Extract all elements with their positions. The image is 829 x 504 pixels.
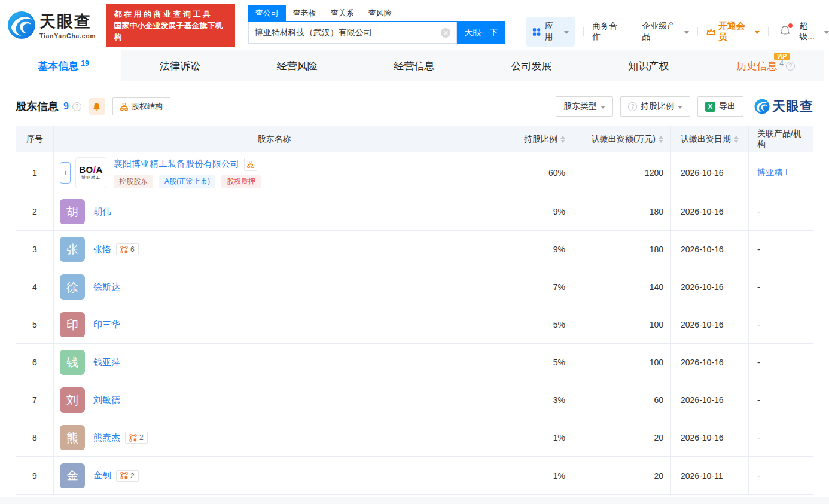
help-icon[interactable]: ?: [72, 102, 81, 111]
shareholder-cell: 钱钱亚萍: [53, 344, 495, 381]
col-related-products: 关联产品/机构: [748, 126, 813, 152]
related-product: -: [748, 457, 813, 494]
sort-icon[interactable]: [734, 136, 739, 143]
shareholder-name-link[interactable]: 徐斯达: [93, 282, 120, 293]
row-index: 7: [16, 381, 53, 419]
col-subscribed-date[interactable]: 认缴出资日期: [670, 126, 748, 152]
table-row: 9金金钊21%202026-10-11-: [16, 457, 813, 494]
shareholder-name-link[interactable]: 印三华: [93, 319, 120, 331]
search-value[interactable]: 博亚特材科技（武汉）有限公司: [255, 28, 441, 38]
open-vip-button[interactable]: 开通会员: [706, 20, 760, 43]
search-tab-3[interactable]: 查风险: [361, 5, 399, 21]
org-chart-icon: [247, 161, 254, 168]
relation-graph-icon: [120, 472, 128, 479]
expand-button[interactable]: +: [60, 162, 71, 184]
section-count: 9: [63, 101, 69, 112]
shareholder-name-link[interactable]: 金钊: [93, 470, 111, 481]
related-companies-badge[interactable]: 6: [116, 243, 139, 255]
crown-icon: [706, 28, 715, 36]
shareholder-name-link[interactable]: 襄阳博亚精工装备股份有限公司: [114, 158, 239, 170]
avatar: 钱: [60, 350, 85, 375]
menu-enterprise-products[interactable]: 企业级产品: [642, 21, 689, 42]
table-row: 1+BO/A博亚精工襄阳博亚精工装备股份有限公司控股股东A股(正常上市)股权质押…: [16, 152, 813, 193]
search-tab-0[interactable]: 查公司: [248, 5, 286, 21]
shareholder-name-link[interactable]: 熊焘杰: [93, 432, 120, 444]
export-button[interactable]: X 导出: [697, 96, 743, 117]
menu-super-vip[interactable]: 超级...: [799, 21, 829, 42]
col-subscribed-amount[interactable]: 认缴出资额(万元): [574, 126, 670, 152]
related-product: -: [748, 231, 813, 268]
chevron-down-icon: [601, 106, 605, 109]
related-companies-badge[interactable]: 2: [116, 470, 139, 482]
top-bar: 天眼查 TianYanCha.com 都在用的商业查询工具 国家中小企业发展子基…: [0, 0, 829, 50]
nav-tab-5[interactable]: 知识产权: [590, 50, 707, 81]
tag: 控股股东: [114, 175, 153, 188]
divider: [583, 27, 584, 36]
page-bottom-strip: [0, 497, 829, 504]
subscribed-amount: 100: [574, 306, 670, 343]
row-index: 1: [16, 152, 53, 193]
search-tab-2[interactable]: 查关系: [324, 5, 361, 21]
nav-tab-label: 经营信息: [394, 59, 435, 73]
help-icon: ?: [628, 102, 637, 111]
shareholder-name-link[interactable]: 刘敏德: [93, 395, 120, 406]
holding-ratio-filter[interactable]: ? 持股比例: [620, 96, 690, 117]
apps-grid-icon: [532, 28, 541, 36]
subscribed-date: 2026-10-11: [670, 457, 748, 494]
equity-chart-button[interactable]: [244, 158, 257, 171]
subscribed-date: 2026-10-16: [670, 344, 748, 381]
tianyancha-logo[interactable]: 天眼查 TianYanCha.com: [7, 11, 96, 39]
slogan-line1: 都在用的商业查询工具: [114, 8, 227, 20]
nav-tab-6[interactable]: VIP历史信息4?: [707, 50, 824, 81]
notifications-bell[interactable]: [779, 25, 791, 39]
col-index: 序号: [16, 126, 53, 152]
related-product[interactable]: 博亚精工: [748, 152, 813, 193]
col-shareholder-name: 股东名称: [53, 126, 495, 152]
subscribed-amount: 20: [574, 457, 670, 494]
holding-ratio: 5%: [495, 344, 574, 381]
logo-swirl-icon: [7, 11, 36, 39]
clear-icon[interactable]: ✕: [441, 28, 450, 38]
menu-business-cooperation[interactable]: 商务合作: [592, 21, 624, 42]
nav-tab-2[interactable]: 经营风险: [239, 50, 356, 81]
sort-icon[interactable]: [560, 136, 565, 143]
shareholder-name-link[interactable]: 钱亚萍: [93, 357, 120, 368]
nav-tab-3[interactable]: 经营信息: [356, 50, 473, 81]
related-product: -: [748, 381, 813, 419]
apps-label: 应用: [545, 21, 561, 42]
shareholder-name-link[interactable]: 胡伟: [93, 206, 111, 218]
watermark-text: 天眼查: [772, 97, 813, 115]
monitor-bell-button[interactable]: [89, 98, 105, 115]
search-button[interactable]: 天眼一下: [457, 22, 505, 44]
nav-tab-0[interactable]: 基本信息19: [5, 50, 121, 81]
shareholder-type-filter[interactable]: 股东类型: [556, 96, 613, 117]
nav-tab-4[interactable]: 公司发展: [473, 50, 590, 81]
sort-icon[interactable]: [659, 136, 663, 143]
subscribed-amount: 100: [574, 344, 670, 381]
related-companies-badge[interactable]: 2: [125, 432, 148, 444]
badge-count: 2: [130, 472, 135, 480]
row-index: 4: [16, 268, 53, 306]
holding-ratio: 1%: [495, 457, 574, 494]
search-input[interactable]: 博亚特材科技（武汉）有限公司 ✕: [248, 22, 458, 44]
excel-icon: X: [705, 102, 715, 112]
search-tab-1[interactable]: 查老板: [286, 5, 324, 21]
holding-ratio: 5%: [495, 306, 574, 343]
shareholder-name-link[interactable]: 张恪: [93, 244, 111, 255]
nav-tab-1[interactable]: 法律诉讼: [121, 50, 239, 81]
shareholders-table: 序号 股东名称 持股比例 认缴出资额(万元) 认缴出资日期 关联产品/机构 1+…: [16, 126, 813, 495]
shareholder-tags: 控股股东A股(正常上市)股权质押: [114, 175, 261, 188]
subscribed-amount: 20: [574, 419, 670, 456]
shareholder-cell: +BO/A博亚精工襄阳博亚精工装备股份有限公司控股股东A股(正常上市)股权质押: [53, 152, 495, 193]
holding-ratio: 7%: [495, 268, 574, 306]
equity-structure-button[interactable]: 股权结构: [112, 97, 170, 115]
col-holding-ratio[interactable]: 持股比例: [495, 126, 574, 152]
apps-menu[interactable]: 应用: [526, 17, 575, 47]
search-widget: 查公司查老板查关系查风险 博亚特材科技（武汉）有限公司 ✕ 天眼一下: [248, 7, 505, 44]
table-row: 8熊熊焘杰21%202026-10-16-: [16, 419, 813, 457]
nav-tab-count: 4: [779, 59, 784, 68]
subscribed-date: 2026-10-16: [670, 419, 748, 456]
table-header: 序号 股东名称 持股比例 认缴出资额(万元) 认缴出资日期 关联产品/机构: [16, 126, 813, 152]
shareholder-cell: 印印三华: [53, 306, 495, 343]
section-title: 股东信息: [16, 99, 59, 114]
